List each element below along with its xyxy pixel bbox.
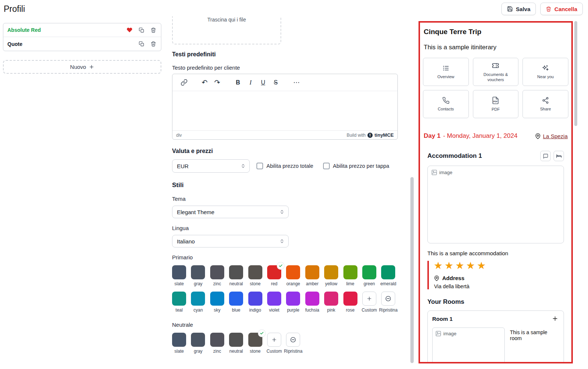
- profile-row-quote[interactable]: Quote: [3, 37, 161, 51]
- redo-button[interactable]: ↷: [211, 76, 224, 89]
- bold-button[interactable]: B: [232, 76, 244, 89]
- tinymce-brand[interactable]: Build with t tinyMCE: [347, 132, 394, 138]
- nav-button-label: Overview: [437, 74, 454, 80]
- nav-button-label: PDF: [491, 107, 500, 112]
- color-swatch[interactable]: fuchsia: [305, 292, 319, 313]
- new-profile-button[interactable]: Nuovo: [3, 60, 161, 74]
- color-swatch[interactable]: violet: [267, 292, 281, 313]
- rooms-button[interactable]: [554, 151, 564, 161]
- color-swatch-label: red: [271, 281, 277, 286]
- sparkles-icon: [542, 64, 549, 72]
- color-swatch-label: neutral: [229, 281, 243, 286]
- delete-profile-button[interactable]: [150, 40, 157, 47]
- day-header: Day 1 - Monday, January 1, 2024 La Spezi…: [424, 132, 568, 140]
- color-swatch[interactable]: pink: [324, 292, 338, 313]
- delete-button[interactable]: Cancella: [540, 3, 583, 15]
- custom-color-button[interactable]: Custom: [267, 333, 281, 354]
- color-swatch[interactable]: slate: [172, 265, 186, 286]
- broken-image-icon: [431, 169, 437, 176]
- share-button[interactable]: Share: [523, 90, 568, 118]
- color-swatch[interactable]: neutral: [229, 333, 243, 354]
- contacts-button[interactable]: Contacts: [423, 90, 469, 118]
- new-profile-label: Nuovo: [70, 64, 86, 70]
- profiles-sidebar: Absolute Red Quote Nuovo: [3, 23, 161, 74]
- color-swatch[interactable]: purple: [286, 292, 300, 313]
- color-swatch[interactable]: sky: [210, 292, 224, 313]
- currency-heading: Valuta e prezzi: [172, 148, 398, 154]
- color-swatch-label: teal: [175, 308, 182, 313]
- nav-button-label: Near you: [537, 74, 554, 80]
- color-swatch[interactable]: emerald: [381, 265, 395, 286]
- color-swatch[interactable]: green: [362, 265, 376, 286]
- save-button-label: Salva: [516, 6, 530, 12]
- underline-button[interactable]: U: [257, 76, 269, 89]
- editor-statusbar: div Build with t tinyMCE: [172, 130, 397, 139]
- accommodation-section: Accommodation 1 image This is a sample a…: [427, 151, 564, 289]
- color-swatch[interactable]: indigo: [248, 292, 262, 313]
- favorite-button[interactable]: [126, 26, 133, 34]
- color-swatch-label: neutral: [229, 349, 243, 354]
- phone-icon: [442, 97, 450, 104]
- color-swatch[interactable]: orange: [286, 265, 300, 286]
- top-bar: Profili Salva Cancella: [0, 0, 588, 16]
- add-room-button[interactable]: [551, 315, 559, 323]
- reset-color-button[interactable]: Ripristina: [286, 333, 300, 354]
- comment-button[interactable]: [540, 151, 551, 161]
- plus-icon: [366, 296, 372, 302]
- reset-color-button[interactable]: Ripristina: [381, 292, 395, 313]
- day-location-link[interactable]: La Spezia: [543, 133, 568, 139]
- content-scrollbar-thumb[interactable]: [410, 177, 414, 363]
- currency-select[interactable]: EUR: [172, 159, 250, 173]
- color-swatch[interactable]: red: [267, 265, 281, 286]
- color-swatch[interactable]: blue: [229, 292, 243, 313]
- color-swatch[interactable]: stone: [248, 333, 262, 354]
- pdf-icon: PDF: [491, 96, 500, 104]
- save-button[interactable]: Salva: [501, 3, 536, 15]
- color-swatch[interactable]: rose: [343, 292, 357, 313]
- profile-row-absolute-red[interactable]: Absolute Red: [3, 23, 161, 37]
- copy-icon: [139, 27, 144, 33]
- page-scrollbar-thumb[interactable]: [574, 21, 577, 126]
- theme-select[interactable]: Elegant Theme: [172, 206, 289, 218]
- language-value: Italiano: [177, 238, 195, 245]
- image-alt-text: image: [443, 331, 456, 336]
- overview-button[interactable]: Overview: [423, 58, 469, 86]
- color-swatch[interactable]: yellow: [324, 265, 338, 286]
- color-swatch[interactable]: cyan: [191, 292, 205, 313]
- documents-vouchers-button[interactable]: Documents & vouchers: [473, 58, 519, 86]
- color-swatch[interactable]: lime: [343, 265, 357, 286]
- more-formats-button[interactable]: ⋯: [290, 76, 303, 89]
- enable-total-price-checkbox[interactable]: Abilita prezzo totale: [256, 163, 313, 169]
- color-swatch[interactable]: zinc: [210, 265, 224, 286]
- custom-color-button[interactable]: Custom: [362, 292, 376, 313]
- color-swatch[interactable]: amber: [305, 265, 319, 286]
- color-swatch-label: yellow: [325, 281, 337, 286]
- color-swatch[interactable]: zinc: [210, 333, 224, 354]
- duplicate-profile-button[interactable]: [138, 27, 145, 34]
- link-button[interactable]: [178, 76, 190, 89]
- color-swatch[interactable]: slate: [172, 333, 186, 354]
- element-path: div: [176, 133, 182, 138]
- editor-content-area[interactable]: [172, 91, 397, 130]
- undo-button[interactable]: ↶: [198, 76, 211, 89]
- color-swatch[interactable]: neutral: [229, 265, 243, 286]
- color-swatch[interactable]: stone: [248, 265, 262, 286]
- duplicate-profile-button[interactable]: [138, 40, 145, 47]
- theme-value: Elegant Theme: [177, 209, 214, 215]
- color-swatch[interactable]: teal: [172, 292, 186, 313]
- color-swatch-label: emerald: [380, 281, 396, 286]
- delete-profile-button[interactable]: [150, 27, 157, 34]
- italic-button[interactable]: I: [244, 76, 257, 89]
- preview-nav-grid: Overview Documents & vouchers Near you C…: [423, 58, 568, 118]
- texts-heading: Testi predefiniti: [172, 51, 398, 58]
- color-swatch[interactable]: gray: [191, 333, 205, 354]
- pdf-button[interactable]: PDF PDF: [473, 90, 519, 118]
- header-actions: Salva Cancella: [501, 3, 583, 15]
- strikethrough-button[interactable]: S: [269, 76, 282, 89]
- color-swatch[interactable]: gray: [191, 265, 205, 286]
- language-select[interactable]: Italiano: [172, 235, 289, 247]
- near-you-button[interactable]: Near you: [523, 58, 568, 86]
- accommodation-description: This is a sample accommodation: [427, 250, 564, 256]
- enable-price-per-stop-checkbox[interactable]: Abilita prezzo per tappa: [323, 163, 389, 169]
- neutral-colors-label: Neutrale: [172, 322, 398, 328]
